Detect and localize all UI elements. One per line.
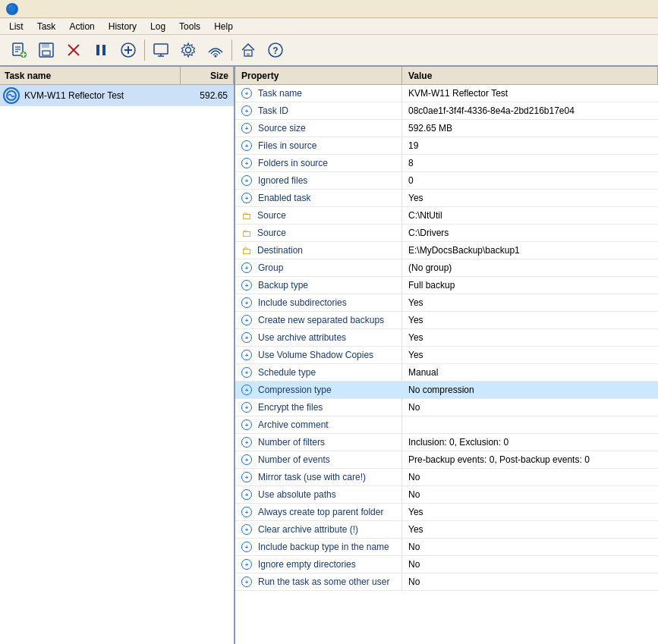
prop-row[interactable]: + Source size 592.65 MB (235, 120, 658, 137)
svg-point-20 (186, 48, 191, 53)
prop-cell-name: 🗀 Source (235, 207, 402, 224)
prop-cell-name: + Include backup type in the name (235, 539, 402, 555)
prop-row[interactable]: + Files in source 19 (235, 137, 658, 155)
prop-row[interactable]: + Encrypt the files No (235, 399, 658, 416)
prop-cell-name: + Number of events (235, 451, 402, 468)
prop-cell-name: + Use Volume Shadow Copies (235, 347, 402, 363)
prop-cell-name: + Use archive attributes (235, 329, 402, 346)
prop-row[interactable]: + Ignored files 0 (235, 172, 658, 190)
menu-item-menu-list[interactable]: List (3, 20, 30, 33)
prop-cell-value: Yes (402, 312, 658, 328)
prop-value-text: C:\Drivers (408, 228, 449, 238)
prop-cell-name: + Group (235, 259, 402, 276)
properties-panel: Property Value + Task name KVM-W11 Refle… (235, 67, 658, 644)
prop-header: Property Value (235, 67, 658, 85)
prop-row[interactable]: 🗀 Destination E:\MyDocsBackup\backup1 (235, 242, 658, 259)
svg-rect-17 (154, 44, 168, 54)
prop-cell-value: No (402, 399, 658, 416)
prop-cell-value: No (402, 573, 658, 590)
prop-row[interactable]: + Include backup type in the name No (235, 539, 658, 556)
menu-item-menu-task[interactable]: Task (31, 20, 62, 33)
prop-row[interactable]: + Use archive attributes Yes (235, 329, 658, 347)
prop-circle-icon: + (241, 105, 252, 116)
prop-row[interactable]: + Number of events Pre-backup events: 0,… (235, 451, 658, 469)
prop-cell-value: Yes (402, 294, 658, 311)
prop-property-label: Destination (257, 245, 303, 256)
prop-row[interactable]: + Folders in source 8 (235, 155, 658, 172)
prop-row[interactable]: + Archive comment (235, 416, 658, 434)
save-btn[interactable] (33, 37, 59, 63)
network-btn[interactable] (203, 37, 228, 63)
prop-circle-icon: + (241, 88, 252, 99)
task-row[interactable]: KVM-W11 Reflector Test 592.65 (0, 85, 234, 106)
prop-row[interactable]: + Compression type No compression (235, 382, 658, 399)
prop-rows: + Task name KVM-W11 Reflector Test + Tas… (235, 85, 658, 591)
prop-value-text: E:\MyDocsBackup\backup1 (408, 245, 520, 256)
prop-value-text: Inclusion: 0, Exclusion: 0 (408, 437, 508, 448)
prop-row[interactable]: + Create new separated backups Yes (235, 312, 658, 329)
new-task-btn[interactable] (6, 37, 32, 63)
prop-circle-icon: + (241, 524, 252, 535)
prop-row[interactable]: + Enabled task Yes (235, 190, 658, 207)
prop-row[interactable]: + Group (No group) (235, 259, 658, 277)
prop-circle-icon: + (241, 140, 252, 151)
prop-cell-value: 0 (402, 172, 658, 189)
prop-cell-name: + Backup type (235, 277, 402, 294)
prop-cell-name: + Ignore empty directories (235, 556, 402, 573)
prop-row[interactable]: + Task ID 08c0ae1f-3f4f-4336-8e4a-2bd216… (235, 102, 658, 120)
prop-row[interactable]: + Use absolute paths No (235, 486, 658, 504)
prop-value-text: 592.65 MB (408, 123, 452, 134)
prop-cell-value: KVM-W11 Reflector Test (402, 85, 658, 102)
task-list-header: Task name Size (0, 67, 234, 85)
prop-cell-value: No (402, 486, 658, 503)
prop-row[interactable]: + Use Volume Shadow Copies Yes (235, 347, 658, 364)
prop-row[interactable]: + Backup type Full backup (235, 277, 658, 294)
menu-item-menu-action[interactable]: Action (63, 20, 100, 33)
prop-circle-icon: + (241, 472, 252, 482)
prop-circle-icon: + (241, 315, 252, 325)
prop-row[interactable]: + Run the task as some other user No (235, 573, 658, 591)
prop-value-text: 0 (408, 175, 414, 186)
svg-rect-23 (247, 53, 250, 56)
home-btn[interactable] (235, 37, 261, 63)
prop-row[interactable]: + Ignore empty directories No (235, 556, 658, 573)
main-content: Task name Size KVM-W11 Reflector Test 59… (0, 67, 658, 644)
prop-value-text: Pre-backup events: 0, Post-backup events… (408, 454, 590, 465)
prop-cell-name: + Task name (235, 85, 402, 102)
add-btn[interactable] (115, 37, 141, 63)
prop-row[interactable]: 🗀 Source C:\Drivers (235, 225, 658, 242)
prop-value-text: Yes (408, 193, 423, 203)
prop-row[interactable]: + Schedule type Manual (235, 364, 658, 382)
prop-row[interactable]: + Mirror task (use with care!) No (235, 469, 658, 486)
prop-cell-name: + Enabled task (235, 190, 402, 206)
prop-value-text: Yes (408, 315, 423, 325)
prop-circle-icon: + (241, 262, 252, 273)
prop-value-text: No (408, 489, 420, 500)
prop-value-text: Yes (408, 297, 423, 308)
prop-cell-name: + Source size (235, 120, 402, 137)
prop-row[interactable]: + Always create top parent folder Yes (235, 504, 658, 521)
prop-value-text: 19 (408, 140, 418, 151)
computer-btn[interactable] (148, 37, 174, 63)
menu-item-menu-tools[interactable]: Tools (173, 20, 206, 33)
menu-item-menu-help[interactable]: Help (208, 20, 239, 33)
prop-cell-value: Yes (402, 347, 658, 363)
prop-row[interactable]: + Include subdirectories Yes (235, 294, 658, 312)
settings-btn[interactable] (175, 37, 201, 63)
prop-row[interactable]: + Number of filters Inclusion: 0, Exclus… (235, 434, 658, 451)
delete-btn[interactable] (61, 37, 87, 63)
menu-item-menu-log[interactable]: Log (144, 20, 172, 33)
menu-item-menu-history[interactable]: History (102, 20, 143, 33)
prop-row[interactable]: + Task name KVM-W11 Reflector Test (235, 85, 658, 102)
prop-row[interactable]: + Clear archive attribute (!) Yes (235, 521, 658, 539)
prop-row[interactable]: 🗀 Source C:\NtUtil (235, 207, 658, 225)
app-icon: 🔵 (6, 3, 18, 15)
pause-btn[interactable] (88, 37, 114, 63)
prop-circle-icon: + (241, 367, 252, 378)
task-list-panel: Task name Size KVM-W11 Reflector Test 59… (0, 67, 235, 644)
folder-icon: 🗀 (241, 228, 251, 239)
prop-property-label: Number of events (258, 454, 330, 465)
help-btn[interactable]: ? (263, 37, 288, 63)
task-size: 592.65 (181, 90, 231, 101)
prop-property-label: Encrypt the files (258, 402, 323, 413)
